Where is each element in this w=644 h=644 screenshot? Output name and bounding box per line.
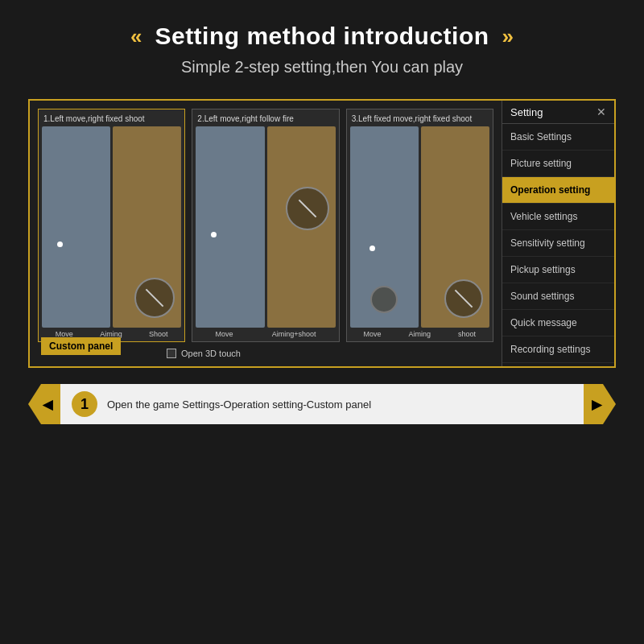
dot-left-2 <box>211 232 217 237</box>
custom-panel-button[interactable]: Custom panel <box>41 337 121 355</box>
title-row: « Setting method introduction » <box>0 23 644 50</box>
panel-1-title: 1.Left move,right fixed shoot <box>42 114 181 123</box>
panel-2-labels: Move Aiming+shoot <box>196 328 335 338</box>
panel-1: 1.Left move,right fixed shoot Move Aimin… <box>38 109 185 342</box>
prev-arrow-button[interactable]: ◀ <box>28 384 60 424</box>
dot-left-1 <box>57 242 63 247</box>
panel-3-title: 3.Left fixed move,right fixed shoot <box>350 114 489 123</box>
joystick-3 <box>444 279 483 318</box>
step-number: 1 <box>72 391 97 417</box>
sidebar-item-basic-settings[interactable]: Basic Settings <box>502 124 614 151</box>
step-bar: 1 Open the game Settings-Operation setti… <box>60 384 584 424</box>
panel-3-inner <box>350 126 489 328</box>
chevron-left-icon: « <box>130 24 142 49</box>
sidebar-item-pickup-settings[interactable]: Pickup settings <box>502 257 614 283</box>
joystick-3-left <box>370 286 398 313</box>
sidebar: Setting ✕ Basic Settings Picture setting… <box>502 101 614 366</box>
panel-2-right <box>267 126 336 328</box>
panel-1-right <box>113 126 181 328</box>
panel-2-left <box>196 126 264 328</box>
dot-left-3 <box>369 246 375 251</box>
step-instruction: Open the game Settings-Operation setting… <box>107 398 371 411</box>
bottom-bar: ◀ 1 Open the game Settings-Operation set… <box>28 384 616 424</box>
panel-1-inner <box>42 126 181 328</box>
panel-1-left <box>42 126 110 328</box>
panel-3-right <box>421 126 489 328</box>
panel-2: 2.Left move,right follow fire Move Aimin… <box>192 109 339 342</box>
game-area: 1.Left move,right fixed shoot Move Aimin… <box>30 101 502 366</box>
panel-3-labels: Move Aiming shoot <box>350 328 489 338</box>
panel-1-label-2: Shoot <box>149 330 168 338</box>
joystick-line-3 <box>455 290 473 308</box>
sidebar-title: Setting <box>510 106 543 118</box>
close-button[interactable]: ✕ <box>597 105 606 118</box>
sidebar-item-vehicle-settings[interactable]: Vehicle settings <box>502 204 614 230</box>
panel-3-label-0: Move <box>364 330 382 338</box>
sidebar-header: Setting ✕ <box>502 101 614 124</box>
joystick-2 <box>286 187 329 230</box>
game-window: 1.Left move,right fixed shoot Move Aimin… <box>28 99 616 368</box>
panel-3: 3.Left fixed move,right fixed shoot Mov <box>346 109 493 342</box>
subtitle: Simple 2-step setting,then You can play <box>0 58 644 76</box>
panel-2-label-1: Aiming+shoot <box>272 330 316 338</box>
next-arrow-button[interactable]: ▶ <box>584 384 616 424</box>
joystick-line-2 <box>298 200 316 218</box>
chevron-right-icon: » <box>502 24 514 49</box>
panel-3-label-2: shoot <box>458 330 476 338</box>
header: « Setting method introduction » Simple 2… <box>0 0 644 85</box>
panel-2-inner <box>196 126 335 328</box>
sidebar-item-recording-settings[interactable]: Recording settings <box>502 336 614 363</box>
3d-touch-checkbox[interactable] <box>167 349 176 358</box>
panels-row: 1.Left move,right fixed shoot Move Aimin… <box>38 109 493 342</box>
joystick-1 <box>134 278 175 318</box>
page-title: Setting method introduction <box>155 23 489 50</box>
panel-2-label-0: Move <box>215 330 233 338</box>
sidebar-item-operation-setting[interactable]: Operation setting <box>502 177 614 204</box>
joystick-line-1 <box>146 289 164 308</box>
sidebar-item-quick-message[interactable]: Quick message <box>502 310 614 336</box>
panel-2-title: 2.Left move,right follow fire <box>196 114 335 123</box>
sidebar-item-sound-settings[interactable]: Sound settings <box>502 283 614 310</box>
sidebar-item-sensitivity-setting[interactable]: Sensitivity setting <box>502 230 614 257</box>
sidebar-item-picture-setting[interactable]: Picture setting <box>502 151 614 177</box>
3d-touch-label: Open 3D touch <box>181 349 241 358</box>
panel-3-left <box>350 126 419 328</box>
panel-3-label-1: Aiming <box>409 330 431 338</box>
